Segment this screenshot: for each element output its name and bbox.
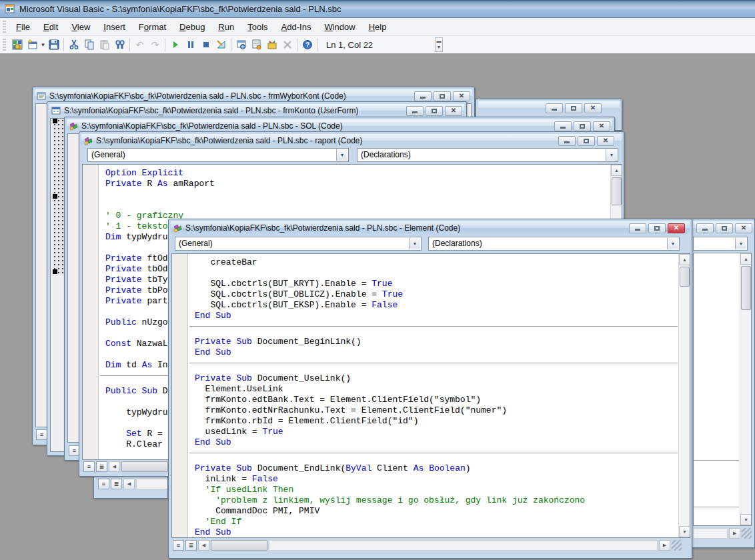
minimize-button[interactable] <box>558 136 576 146</box>
design-mode-button[interactable] <box>213 37 229 52</box>
code-text[interactable]: createBar SQL.cbctrls(BUT_KRYT).Enable =… <box>189 257 678 537</box>
code-editor-element[interactable]: createBar SQL.cbctrls(BUT_KRYT).Enable =… <box>171 253 690 538</box>
restore-button[interactable] <box>716 223 733 233</box>
code-line[interactable]: Private Sub Document_EndLink(ByVal Clien… <box>189 463 678 474</box>
restore-button[interactable] <box>578 136 595 146</box>
code-line[interactable]: 'End If <box>189 517 678 527</box>
toolbar-grip[interactable] <box>3 39 6 51</box>
scroll-up-icon[interactable]: ▲ <box>611 165 622 176</box>
full-module-view-button[interactable]: ≣ <box>111 479 122 489</box>
minimize-button[interactable] <box>629 223 646 233</box>
menu-insert[interactable]: Insert <box>97 19 132 35</box>
code-line[interactable]: End Sub <box>189 311 678 321</box>
selection-handle[interactable] <box>53 119 57 123</box>
close-button[interactable]: ✕ <box>735 223 752 233</box>
procedure-view-button[interactable]: ≡ <box>36 429 47 440</box>
scrollbar-thumb[interactable] <box>741 266 751 310</box>
procedure-separator[interactable] <box>189 363 678 373</box>
scrollbar-thumb[interactable] <box>680 267 690 287</box>
minimize-button[interactable] <box>406 106 424 116</box>
window-background-titlebar[interactable]: ✕ <box>478 101 620 115</box>
menu-help[interactable]: Help <box>362 19 394 35</box>
window-background-fragment-bottom[interactable]: ≡ ≣ ◀ <box>93 475 168 499</box>
code-line[interactable]: Option Explicit <box>100 168 622 179</box>
chevron-down-icon[interactable]: ▼ <box>336 149 347 161</box>
scroll-down-icon[interactable]: ▼ <box>679 526 690 537</box>
close-button[interactable]: ✕ <box>668 223 685 233</box>
code-line[interactable]: Private Sub Document_UseLink() <box>189 373 678 384</box>
code-line[interactable]: CommandDoc PMI, PMIV <box>189 506 678 517</box>
window-background-titlebar[interactable]: ✕ <box>693 221 754 235</box>
code-line[interactable]: frmKonto.edtBank.Text = Element.ClientFi… <box>189 395 678 405</box>
horizontal-scrollbar-thumb[interactable] <box>121 461 168 472</box>
reset-button[interactable] <box>198 37 213 52</box>
scroll-down-icon[interactable]: ▼ <box>740 514 752 525</box>
resize-grip[interactable] <box>742 528 752 539</box>
object-dropdown[interactable]: (General) ▼ <box>87 148 349 162</box>
paste-button[interactable] <box>97 37 112 52</box>
window-frmkonto-titlebar[interactable]: S:\symfonia\KopiaFKF\sbc_fk\Potwierdzeni… <box>49 104 464 117</box>
chevron-down-icon[interactable]: ▼ <box>606 149 617 161</box>
dropdown-caret-icon[interactable]: ▼ <box>40 42 46 48</box>
menu-format[interactable]: Format <box>132 19 173 35</box>
view-host-app-button[interactable] <box>9 37 25 52</box>
code-line[interactable] <box>189 268 678 279</box>
menubar-grip[interactable] <box>3 21 6 33</box>
restore-button[interactable] <box>648 223 666 233</box>
full-module-view-button[interactable]: ≣ <box>96 461 107 472</box>
minimize-button[interactable] <box>554 121 572 131</box>
procedure-dropdown[interactable]: (Declarations) ▼ <box>357 148 618 162</box>
menu-debug[interactable]: Debug <box>173 19 211 35</box>
chevron-down-icon[interactable]: ▼ <box>735 238 746 249</box>
procedure-view-button[interactable]: ≡ <box>83 461 95 472</box>
procedure-dropdown[interactable]: ▼ <box>693 237 748 251</box>
code-line[interactable]: Private Sub Document_BeginLink() <box>189 337 678 347</box>
code-line[interactable]: frmKonto.rbId = Element.ClientField("id"… <box>189 416 678 427</box>
undo-button[interactable]: ↶ <box>132 37 147 52</box>
restore-button[interactable] <box>565 103 582 113</box>
code-line[interactable]: usedLink = True <box>189 427 678 437</box>
break-button[interactable] <box>183 37 198 52</box>
scroll-up-icon[interactable]: ▲ <box>740 253 752 265</box>
selection-handle[interactable] <box>53 269 57 274</box>
minimize-button[interactable] <box>414 91 432 101</box>
code-line[interactable]: End Sub <box>189 347 678 358</box>
horizontal-scrollbar[interactable] <box>269 540 658 551</box>
scrollbar-thumb[interactable] <box>612 177 622 205</box>
code-line[interactable]: End Sub <box>189 527 678 538</box>
restore-button[interactable] <box>426 106 443 116</box>
code-line[interactable]: SQL.cbctrls(BUT_KRYT).Enable = True <box>189 279 678 289</box>
scroll-left-icon[interactable]: ◀ <box>109 461 120 472</box>
procedure-view-button[interactable]: ≡ <box>98 479 109 489</box>
properties-window-button[interactable] <box>249 37 264 52</box>
code-line[interactable]: frmKonto.edtNrRachunku.Text = Element.Cl… <box>189 405 678 416</box>
toolbox-button[interactable] <box>279 37 295 52</box>
project-explorer-button[interactable] <box>233 37 249 52</box>
vertical-scrollbar[interactable]: ▲ ▼ <box>740 253 751 525</box>
code-line[interactable]: Private R As amRaport <box>100 179 622 189</box>
save-button[interactable] <box>46 37 61 52</box>
code-line[interactable] <box>100 189 622 200</box>
procedure-separator[interactable] <box>189 326 678 337</box>
scroll-right-icon[interactable]: ▶ <box>659 540 670 551</box>
window-background-fragment-right[interactable]: ✕ ▼ ▲ ▼ ▶ <box>692 219 755 548</box>
copy-button[interactable] <box>81 37 97 52</box>
restore-button[interactable] <box>574 121 591 131</box>
full-module-view-button[interactable]: ≣ <box>185 540 197 551</box>
resize-grip[interactable] <box>672 540 682 551</box>
window-element-code[interactable]: S:\symfonia\KopiaFKF\sbc_fk\Potwierdzeni… <box>168 219 692 559</box>
scroll-left-icon[interactable]: ◀ <box>198 540 209 551</box>
run-button[interactable] <box>167 37 183 52</box>
code-line[interactable]: 'problem z linkiem, wyślij message i go … <box>189 495 678 506</box>
selection-handle[interactable] <box>53 194 57 199</box>
find-button[interactable] <box>112 37 127 52</box>
margin-indicator-bar[interactable] <box>172 254 188 537</box>
scroll-up-icon[interactable]: ▲ <box>679 254 690 265</box>
scroll-right-icon[interactable]: ▶ <box>729 528 740 539</box>
help-button[interactable]: ? <box>299 37 315 52</box>
code-line[interactable]: createBar <box>189 257 678 268</box>
chevron-down-icon[interactable]: ▼ <box>667 238 678 249</box>
procedure-dropdown[interactable]: (Declarations) ▼ <box>428 237 680 251</box>
cut-button[interactable] <box>66 37 81 52</box>
minimize-button[interactable] <box>696 223 714 233</box>
